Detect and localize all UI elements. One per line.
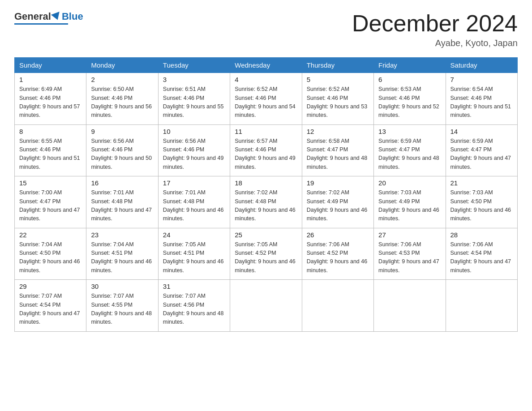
calendar-week-2: 8 Sunrise: 6:55 AMSunset: 4:46 PMDayligh… <box>15 124 518 176</box>
day-number: 11 <box>235 128 297 135</box>
day-info: Sunrise: 7:07 AMSunset: 4:56 PMDaylight:… <box>163 292 225 327</box>
calendar-cell: 2 Sunrise: 6:50 AMSunset: 4:46 PMDayligh… <box>86 73 158 125</box>
calendar-cell: 20 Sunrise: 7:03 AMSunset: 4:49 PMDaylig… <box>374 176 446 228</box>
day-number: 9 <box>91 128 153 135</box>
page-header: GeneralBlue December 2024 Ayabe, Kyoto, … <box>14 11 518 48</box>
day-info: Sunrise: 7:05 AMSunset: 4:51 PMDaylight:… <box>163 240 225 275</box>
calendar-cell: 29 Sunrise: 7:07 AMSunset: 4:54 PMDaylig… <box>15 280 86 332</box>
day-info: Sunrise: 6:53 AMSunset: 4:46 PMDaylight:… <box>378 85 441 120</box>
logo-blue: Blue <box>62 11 83 22</box>
calendar-cell: 27 Sunrise: 7:06 AMSunset: 4:53 PMDaylig… <box>374 228 446 280</box>
location-title: Ayabe, Kyoto, Japan <box>352 38 518 48</box>
calendar-cell: 15 Sunrise: 7:00 AMSunset: 4:47 PMDaylig… <box>15 176 86 228</box>
day-info: Sunrise: 7:07 AMSunset: 4:55 PMDaylight:… <box>91 292 153 327</box>
day-number: 8 <box>19 128 82 135</box>
calendar-cell: 5 Sunrise: 6:52 AMSunset: 4:46 PMDayligh… <box>302 73 373 125</box>
day-number: 6 <box>378 76 441 83</box>
logo: GeneralBlue <box>14 11 83 25</box>
calendar-cell: 12 Sunrise: 6:58 AMSunset: 4:47 PMDaylig… <box>302 124 373 176</box>
weekday-header-row: SundayMondayTuesdayWednesdayThursdayFrid… <box>15 58 518 73</box>
logo-triangle-icon <box>51 12 62 21</box>
day-info: Sunrise: 7:03 AMSunset: 4:50 PMDaylight:… <box>450 188 513 223</box>
weekday-header-monday: Monday <box>86 58 158 73</box>
day-number: 2 <box>91 76 153 83</box>
day-number: 21 <box>450 179 513 187</box>
day-info: Sunrise: 7:01 AMSunset: 4:48 PMDaylight:… <box>163 188 225 223</box>
day-number: 10 <box>163 128 225 135</box>
calendar-cell <box>374 280 446 332</box>
calendar-cell: 10 Sunrise: 6:56 AMSunset: 4:46 PMDaylig… <box>158 124 230 176</box>
day-info: Sunrise: 6:58 AMSunset: 4:47 PMDaylight:… <box>307 137 369 172</box>
calendar-cell: 1 Sunrise: 6:49 AMSunset: 4:46 PMDayligh… <box>15 73 86 125</box>
day-number: 5 <box>307 76 369 83</box>
day-number: 1 <box>19 76 82 83</box>
day-number: 25 <box>235 231 297 239</box>
day-number: 27 <box>378 231 441 239</box>
calendar-cell: 30 Sunrise: 7:07 AMSunset: 4:55 PMDaylig… <box>86 280 158 332</box>
day-info: Sunrise: 7:06 AMSunset: 4:54 PMDaylight:… <box>450 240 513 275</box>
day-number: 29 <box>19 283 82 290</box>
day-info: Sunrise: 7:03 AMSunset: 4:49 PMDaylight:… <box>378 188 441 223</box>
calendar-cell: 7 Sunrise: 6:54 AMSunset: 4:46 PMDayligh… <box>446 73 517 125</box>
day-number: 13 <box>378 128 441 135</box>
day-info: Sunrise: 6:49 AMSunset: 4:46 PMDaylight:… <box>19 85 82 120</box>
weekday-header-saturday: Saturday <box>446 58 517 73</box>
calendar-cell: 3 Sunrise: 6:51 AMSunset: 4:46 PMDayligh… <box>158 73 230 125</box>
day-info: Sunrise: 7:07 AMSunset: 4:54 PMDaylight:… <box>19 292 82 327</box>
day-info: Sunrise: 6:59 AMSunset: 4:47 PMDaylight:… <box>450 137 513 172</box>
calendar-cell: 24 Sunrise: 7:05 AMSunset: 4:51 PMDaylig… <box>158 228 230 280</box>
day-number: 15 <box>19 179 82 187</box>
day-info: Sunrise: 7:06 AMSunset: 4:53 PMDaylight:… <box>378 240 441 275</box>
calendar-week-3: 15 Sunrise: 7:00 AMSunset: 4:47 PMDaylig… <box>15 176 518 228</box>
calendar-cell: 23 Sunrise: 7:04 AMSunset: 4:51 PMDaylig… <box>86 228 158 280</box>
weekday-header-thursday: Thursday <box>302 58 373 73</box>
day-info: Sunrise: 6:50 AMSunset: 4:46 PMDaylight:… <box>91 85 153 120</box>
day-info: Sunrise: 6:52 AMSunset: 4:46 PMDaylight:… <box>235 85 297 120</box>
day-info: Sunrise: 7:06 AMSunset: 4:52 PMDaylight:… <box>307 240 369 275</box>
weekday-header-tuesday: Tuesday <box>158 58 230 73</box>
calendar-cell: 28 Sunrise: 7:06 AMSunset: 4:54 PMDaylig… <box>446 228 517 280</box>
calendar-week-4: 22 Sunrise: 7:04 AMSunset: 4:50 PMDaylig… <box>15 228 518 280</box>
day-info: Sunrise: 6:56 AMSunset: 4:46 PMDaylight:… <box>91 137 153 172</box>
day-info: Sunrise: 6:57 AMSunset: 4:46 PMDaylight:… <box>235 137 297 172</box>
logo-underline <box>14 23 68 25</box>
calendar-cell: 25 Sunrise: 7:05 AMSunset: 4:52 PMDaylig… <box>230 228 302 280</box>
title-area: December 2024 Ayabe, Kyoto, Japan <box>352 11 518 48</box>
day-number: 19 <box>307 179 369 187</box>
day-number: 20 <box>378 179 441 187</box>
weekday-header-sunday: Sunday <box>15 58 86 73</box>
day-number: 3 <box>163 76 225 83</box>
calendar-cell: 6 Sunrise: 6:53 AMSunset: 4:46 PMDayligh… <box>374 73 446 125</box>
day-number: 28 <box>450 231 513 239</box>
day-number: 31 <box>163 283 225 290</box>
day-info: Sunrise: 7:04 AMSunset: 4:51 PMDaylight:… <box>91 240 153 275</box>
weekday-header-friday: Friday <box>374 58 446 73</box>
day-info: Sunrise: 7:05 AMSunset: 4:52 PMDaylight:… <box>235 240 297 275</box>
day-number: 30 <box>91 283 153 290</box>
day-number: 17 <box>163 179 225 187</box>
calendar-cell: 18 Sunrise: 7:02 AMSunset: 4:48 PMDaylig… <box>230 176 302 228</box>
logo-general: General <box>14 11 51 22</box>
calendar-week-5: 29 Sunrise: 7:07 AMSunset: 4:54 PMDaylig… <box>15 280 518 332</box>
day-info: Sunrise: 6:55 AMSunset: 4:46 PMDaylight:… <box>19 137 82 172</box>
calendar-cell: 16 Sunrise: 7:01 AMSunset: 4:48 PMDaylig… <box>86 176 158 228</box>
weekday-header-wednesday: Wednesday <box>230 58 302 73</box>
calendar-cell <box>230 280 302 332</box>
day-number: 24 <box>163 231 225 239</box>
day-number: 22 <box>19 231 82 239</box>
day-info: Sunrise: 7:02 AMSunset: 4:49 PMDaylight:… <box>307 188 369 223</box>
calendar-cell: 14 Sunrise: 6:59 AMSunset: 4:47 PMDaylig… <box>446 124 517 176</box>
calendar-cell: 22 Sunrise: 7:04 AMSunset: 4:50 PMDaylig… <box>15 228 86 280</box>
day-info: Sunrise: 7:04 AMSunset: 4:50 PMDaylight:… <box>19 240 82 275</box>
calendar-cell <box>302 280 373 332</box>
calendar-cell: 8 Sunrise: 6:55 AMSunset: 4:46 PMDayligh… <box>15 124 86 176</box>
calendar-table: SundayMondayTuesdayWednesdayThursdayFrid… <box>14 57 518 332</box>
calendar-cell: 31 Sunrise: 7:07 AMSunset: 4:56 PMDaylig… <box>158 280 230 332</box>
day-number: 12 <box>307 128 369 135</box>
day-number: 23 <box>91 231 153 239</box>
calendar-week-1: 1 Sunrise: 6:49 AMSunset: 4:46 PMDayligh… <box>15 73 518 125</box>
calendar-cell: 4 Sunrise: 6:52 AMSunset: 4:46 PMDayligh… <box>230 73 302 125</box>
day-number: 18 <box>235 179 297 187</box>
calendar-cell: 19 Sunrise: 7:02 AMSunset: 4:49 PMDaylig… <box>302 176 373 228</box>
day-info: Sunrise: 7:02 AMSunset: 4:48 PMDaylight:… <box>235 188 297 223</box>
